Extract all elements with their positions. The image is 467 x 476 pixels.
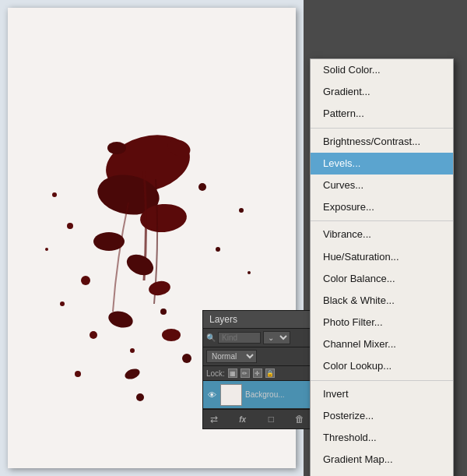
delete-layer-icon[interactable]: 🗑	[293, 413, 306, 425]
menu-item-solid-color[interactable]: Solid Color...	[311, 59, 453, 81]
layers-title: Layers	[209, 314, 237, 325]
svg-point-17	[239, 208, 244, 213]
menu-item-gradient-map[interactable]: Gradient Map...	[311, 449, 453, 471]
svg-point-11	[160, 309, 167, 315]
new-layer-icon[interactable]: □	[265, 413, 277, 425]
lock-all-icon[interactable]: 🔒	[265, 368, 275, 378]
menu-item-vibrance[interactable]: Vibrance...	[311, 224, 453, 245]
lock-label: Lock:	[206, 369, 225, 378]
menu-item-channel-mixer[interactable]: Channel Mixer...	[311, 333, 453, 355]
layers-blend-row: Normal	[203, 347, 311, 366]
layer-name-label: Backgrou...	[245, 390, 307, 399]
fx-icon[interactable]: fx	[237, 413, 249, 425]
menu-item-threshold[interactable]: Threshold...	[311, 427, 453, 449]
layers-kind-select[interactable]: ⌄	[263, 331, 290, 344]
layers-panel-header: Layers	[203, 311, 311, 329]
menu-item-black-white[interactable]: Black & White...	[311, 290, 453, 312]
svg-point-12	[130, 348, 135, 353]
svg-point-26	[124, 367, 142, 381]
menu-item-gradient[interactable]: Gradient...	[311, 81, 453, 103]
menu-item-exposure[interactable]: Exposure...	[311, 196, 453, 218]
menu-separator-2	[311, 128, 453, 129]
svg-point-22	[124, 251, 157, 280]
layers-lock-row: Lock: ▦ ✏ ✛ 🔒	[203, 366, 311, 381]
context-menu: Solid Color...Gradient...Pattern...Brigh…	[310, 58, 454, 476]
menu-item-hue-saturation[interactable]: Hue/Saturation...	[311, 246, 453, 268]
svg-point-5	[107, 142, 126, 154]
svg-point-7	[198, 183, 206, 191]
blend-mode-select[interactable]: Normal	[206, 350, 257, 363]
svg-point-19	[248, 271, 251, 274]
menu-item-brightness-contrast[interactable]: Brightness/Contrast...	[311, 131, 453, 153]
layer-background-row[interactable]: 👁 Backgrou...	[203, 381, 311, 409]
menu-separator-6	[311, 220, 453, 221]
menu-item-selective-color[interactable]: Selective Color...	[311, 471, 453, 476]
menu-separator-13	[311, 380, 453, 381]
layers-search-bar: 🔍 ⌄	[203, 329, 311, 347]
search-icon: 🔍	[206, 333, 216, 342]
layers-search-input[interactable]	[218, 332, 261, 344]
menu-item-curves[interactable]: Curves...	[311, 175, 453, 196]
menu-item-levels[interactable]: Levels...	[311, 153, 453, 175]
svg-point-8	[67, 223, 73, 229]
menu-item-photo-filter[interactable]: Photo Filter...	[311, 312, 453, 333]
layers-footer: ⇄ fx □ 🗑	[203, 409, 311, 428]
layer-thumbnail	[220, 384, 242, 406]
layer-visibility-icon[interactable]: 👁	[206, 390, 217, 400]
menu-item-pattern[interactable]: Pattern...	[311, 103, 453, 125]
svg-point-13	[182, 354, 191, 363]
layers-panel: Layers 🔍 ⌄ Normal Lock: ▦ ✏ ✛ 🔒 👁 Backgr…	[202, 310, 311, 429]
link-layers-icon[interactable]: ⇄	[208, 413, 220, 425]
svg-point-24	[107, 309, 135, 330]
svg-point-9	[216, 247, 220, 252]
svg-point-23	[148, 280, 172, 298]
menu-item-posterize[interactable]: Posterize...	[311, 405, 453, 427]
lock-position-icon[interactable]: ✛	[253, 368, 262, 378]
lock-transparency-icon[interactable]: ▦	[228, 368, 237, 378]
svg-point-20	[60, 301, 65, 306]
menu-item-color-balance[interactable]: Color Balance...	[311, 268, 453, 290]
svg-point-14	[75, 371, 81, 377]
menu-item-invert[interactable]: Invert	[311, 383, 453, 405]
svg-point-18	[45, 248, 48, 251]
svg-point-16	[52, 192, 57, 197]
svg-point-25	[162, 329, 181, 341]
menu-item-color-lookup[interactable]: Color Lookup...	[311, 355, 453, 377]
svg-point-10	[90, 331, 97, 339]
svg-point-6	[81, 276, 90, 285]
svg-point-15	[136, 393, 144, 401]
lock-brush-icon[interactable]: ✏	[241, 368, 250, 378]
